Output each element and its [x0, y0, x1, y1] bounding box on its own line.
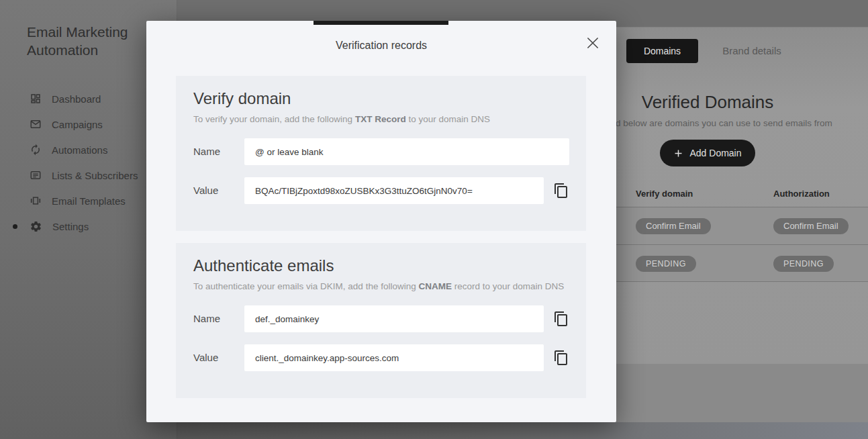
close-icon[interactable] [583, 34, 602, 53]
description-text: to your domain DNS [406, 114, 490, 124]
sidebar-item-label: Settings [52, 221, 89, 232]
field-row: Value [176, 344, 586, 371]
confirm-email-button[interactable]: Confirm Email [773, 218, 849, 234]
column-header-verify-domain: Verify domain [636, 189, 693, 199]
add-domain-label: Add Domain [689, 148, 741, 158]
field-row: Name [176, 138, 586, 165]
confirm-email-button[interactable]: Confirm Email [636, 218, 711, 234]
field-label: Value [193, 177, 218, 204]
field-label: Value [193, 344, 218, 371]
verify-domain-section: Verify domain To verify your domain, add… [176, 76, 586, 231]
description-text: record to your domain DNS [452, 281, 564, 291]
section-description: To verify your domain, add the following… [193, 114, 490, 124]
txt-record-name-input[interactable] [244, 138, 569, 165]
sidebar-item-label: Lists & Subscribers [52, 170, 138, 181]
tab-domains[interactable]: Domains [626, 39, 698, 63]
pending-status-badge: PENDING [636, 256, 696, 272]
add-domain-button[interactable]: Add Domain [660, 140, 755, 166]
description-text: To verify your domain, add the following [193, 114, 355, 124]
field-label: Name [193, 305, 220, 332]
cname-record-value-input[interactable] [244, 344, 544, 371]
sidebar-item-label: Automations [52, 144, 107, 156]
verification-records-modal: Verification records Verify domain To ve… [146, 21, 616, 422]
modal-title: Verification records [146, 40, 616, 52]
pending-status-badge: PENDING [773, 256, 834, 272]
field-row: Name [176, 305, 586, 332]
column-header-authorization: Authorization [773, 189, 830, 199]
mail-icon [30, 118, 42, 130]
authenticate-emails-section: Authenticate emails To authenticate your… [176, 243, 586, 398]
description-record-type: TXT Record [355, 114, 406, 124]
modal-top-bar [314, 21, 448, 25]
description-text: To authenticate your emails via DKIM, ad… [193, 281, 418, 291]
tab-brand-details[interactable]: Brand details [705, 39, 799, 63]
description-record-type: CNAME [418, 281, 452, 291]
autorenew-icon [30, 144, 42, 156]
gear-icon [30, 220, 42, 233]
sidebar-item-label: Email Templates [52, 195, 126, 207]
active-item-dot [13, 224, 17, 229]
field-row: Value [176, 177, 586, 204]
app-title: Email Marketing Automation [27, 23, 154, 59]
section-description: To authenticate your emails via DKIM, ad… [193, 281, 564, 291]
dashboard-icon [30, 93, 42, 105]
page-title: Verified Domains [607, 92, 808, 113]
cname-record-name-input[interactable] [244, 305, 544, 332]
txt-record-value-input[interactable] [244, 177, 544, 204]
sidebar-item-label: Dashboard [52, 93, 101, 105]
list-icon [30, 169, 42, 181]
copy-icon[interactable] [552, 350, 570, 367]
page-subtitle: d below are domains you can use to send … [616, 118, 832, 128]
section-heading: Authenticate emails [193, 256, 334, 275]
copy-icon[interactable] [552, 311, 570, 328]
app-screen: Domains Brand details Verified Domains d… [0, 0, 868, 439]
plus-icon [673, 148, 683, 158]
copy-icon[interactable] [552, 183, 570, 200]
section-heading: Verify domain [193, 89, 291, 108]
templates-icon [30, 195, 42, 207]
field-label: Name [193, 138, 220, 165]
sidebar-item-label: Campaigns [52, 119, 103, 130]
